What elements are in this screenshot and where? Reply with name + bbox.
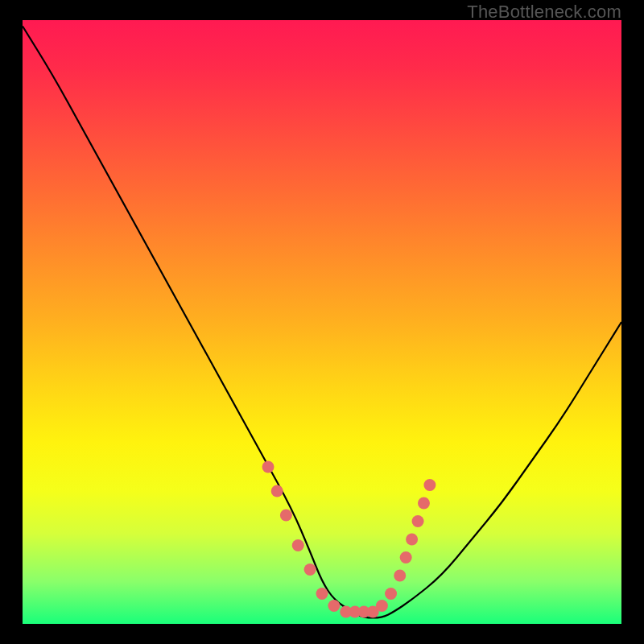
- marker-dot: [423, 479, 436, 491]
- marker-dot: [406, 534, 418, 546]
- highlight-cluster: [262, 461, 436, 618]
- marker-dot: [316, 588, 328, 600]
- marker-dot: [376, 600, 388, 612]
- marker-dot: [280, 510, 292, 522]
- marker-dot: [328, 600, 340, 612]
- chart-frame: [23, 20, 621, 624]
- marker-dot: [394, 570, 406, 582]
- marker-dot: [271, 485, 283, 497]
- watermark-text: TheBottleneck.com: [467, 2, 621, 23]
- marker-dot: [262, 461, 275, 473]
- marker-dot: [304, 564, 316, 576]
- bottleneck-curve: [23, 27, 621, 618]
- chart-svg: [23, 20, 621, 624]
- marker-dot: [400, 551, 412, 564]
- marker-dot: [292, 539, 304, 551]
- marker-dot: [412, 515, 424, 527]
- marker-dot: [385, 588, 397, 600]
- marker-dot: [418, 497, 430, 510]
